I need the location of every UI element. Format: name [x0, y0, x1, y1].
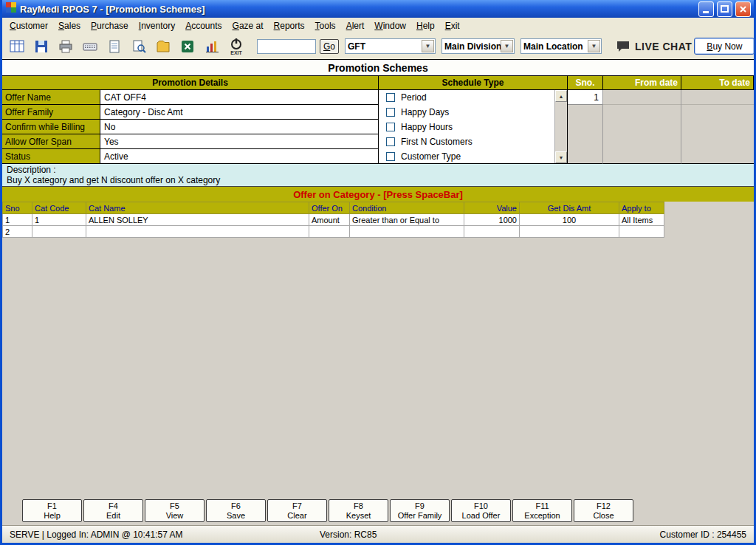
fkey-f9[interactable]: F9Offer Family	[390, 499, 450, 522]
offer-cell[interactable]: ALLEN SOLLEY	[86, 214, 309, 226]
checkbox-icon[interactable]	[386, 123, 395, 131]
live-chat-link[interactable]: LIVE CHAT	[616, 40, 692, 53]
menu-item-inventory[interactable]: Inventory	[134, 18, 180, 33]
fkey-action-label: View	[166, 511, 184, 521]
scroll-up-icon[interactable]: ▲	[555, 90, 567, 102]
field-value[interactable]: Yes	[100, 134, 379, 149]
fkey-f6[interactable]: F6Save	[206, 499, 266, 522]
search-input[interactable]	[257, 39, 316, 54]
go-button[interactable]: Go	[320, 39, 339, 54]
fkey-label: F6	[231, 501, 241, 511]
schedule-option[interactable]: Happy Days	[379, 105, 567, 120]
menu-item-reports[interactable]: Reports	[269, 18, 310, 33]
offer-cell[interactable]: 1000	[464, 214, 520, 226]
offer-cell[interactable]	[309, 226, 350, 238]
tool-button-chart[interactable]	[201, 35, 223, 58]
maximize-button[interactable]	[717, 1, 732, 17]
schedule-option[interactable]: Happy Hours	[379, 120, 567, 134]
field-value[interactable]: Category - Disc Amt	[100, 105, 379, 120]
fkey-label: F11	[535, 501, 549, 511]
fkey-f1[interactable]: F1Help	[22, 499, 82, 522]
menu-item-tools[interactable]: Tools	[310, 18, 341, 33]
fkey-f4[interactable]: F4Edit	[83, 499, 143, 522]
status-customer-id: Customer ID : 254455	[660, 529, 746, 540]
tool-button-exit[interactable]: EXIT	[225, 35, 247, 58]
schedule-option[interactable]: Customer Type	[379, 149, 567, 164]
checkbox-icon[interactable]	[386, 152, 395, 161]
tool-button-print[interactable]	[55, 35, 77, 58]
schedule-sno-value[interactable]: 1	[568, 90, 602, 105]
offer-cell[interactable]	[464, 226, 520, 238]
fkey-label: F10	[474, 501, 488, 511]
checkbox-icon[interactable]	[386, 137, 395, 146]
exit-icon-label: EXIT	[230, 50, 242, 56]
app-window: RayMedi RPOS 7 - [Promotion Schemes] Cus…	[0, 0, 756, 545]
fkey-f8[interactable]: F8Keyset	[329, 499, 388, 522]
tool-button-document[interactable]	[103, 35, 126, 58]
checkbox-icon[interactable]	[386, 108, 395, 117]
fkey-action-label: Offer Family	[398, 511, 442, 521]
fkey-f12[interactable]: F12Close	[574, 499, 633, 522]
offer-cell[interactable]: 2	[3, 226, 32, 238]
menu-item-customer[interactable]: Customer	[4, 18, 53, 33]
menu-item-alert[interactable]: Alert	[341, 18, 370, 33]
fkey-f5[interactable]: F5View	[145, 499, 205, 522]
offer-cell[interactable]: Amount	[309, 214, 350, 226]
schedule-options: PeriodHappy DaysHappy HoursFirst N Custo…	[379, 90, 567, 164]
division-select[interactable]: Main Division ▼	[441, 38, 515, 54]
promotion-section: Promotion Details Schedule Type Sno. Fro…	[2, 75, 754, 164]
fkey-f7[interactable]: F7Clear	[267, 499, 327, 522]
menu-item-window[interactable]: Window	[369, 18, 411, 33]
tool-button-billing[interactable]	[6, 35, 28, 58]
promotion-header-row: Promotion Details Schedule Type Sno. Fro…	[2, 75, 754, 90]
chevron-down-icon[interactable]: ▼	[588, 40, 600, 52]
schedule-scrollbar[interactable]: ▲ ▼	[554, 90, 567, 163]
scrollbar-track[interactable]	[555, 102, 567, 151]
menu-item-gaze-at[interactable]: Gaze at	[227, 18, 269, 33]
schedule-option[interactable]: Period	[379, 90, 567, 105]
scroll-down-icon[interactable]: ▼	[555, 151, 567, 163]
checkbox-icon[interactable]	[386, 93, 395, 102]
function-key-bar: F1HelpF4EditF5ViewF6SaveF7ClearF8KeysetF…	[2, 497, 754, 525]
tool-button-lookup[interactable]	[128, 35, 150, 58]
schedule-option-label: First N Customers	[401, 137, 472, 147]
tool-button-keyboard[interactable]	[79, 35, 101, 58]
offer-cell[interactable]	[619, 226, 664, 238]
menu-item-purchase[interactable]: Purchase	[86, 18, 134, 33]
offer-column-header: Apply to	[619, 202, 664, 214]
minimize-button[interactable]	[698, 1, 714, 17]
offer-cell[interactable]	[520, 226, 619, 238]
tool-button-excel[interactable]	[176, 35, 199, 58]
status-logged-in: SERVE | Logged In: ADMIN @ 10:41:57 AM	[10, 529, 183, 540]
offer-cell[interactable]	[32, 226, 86, 238]
fkey-f10[interactable]: F10Load Offer	[451, 499, 511, 522]
company-select[interactable]: GFT ▼	[345, 38, 436, 54]
offer-cell[interactable]: 100	[520, 214, 619, 226]
offer-cell[interactable]: All Items	[619, 214, 664, 226]
offer-cell[interactable]: Greater than or Equal to	[350, 214, 464, 226]
fkey-f11[interactable]: F11Exception	[512, 499, 572, 522]
from-date-cell[interactable]	[603, 90, 681, 105]
chevron-down-icon[interactable]: ▼	[501, 40, 513, 52]
menu-item-help[interactable]: Help	[411, 18, 440, 33]
to-date-cell[interactable]	[681, 90, 754, 105]
offer-cell[interactable]	[86, 226, 309, 238]
menu-item-sales[interactable]: Sales	[53, 18, 86, 33]
schedule-option[interactable]: First N Customers	[379, 134, 567, 149]
promotion-details-header: Promotion Details	[2, 75, 379, 90]
offer-cell[interactable]: 1	[3, 214, 32, 226]
offer-cell[interactable]	[350, 226, 464, 238]
field-value[interactable]: Active	[100, 149, 379, 164]
field-value[interactable]: No	[100, 120, 379, 134]
chevron-down-icon[interactable]: ▼	[422, 40, 434, 52]
offer-cell[interactable]: 1	[32, 214, 86, 226]
fkey-label: F5	[170, 501, 179, 511]
tool-button-save[interactable]	[30, 35, 52, 58]
field-value[interactable]: CAT OFF4	[100, 90, 379, 105]
menu-item-exit[interactable]: Exit	[440, 18, 465, 33]
tool-button-folder[interactable]	[152, 35, 174, 58]
buy-now-button[interactable]: Buy Now	[694, 38, 755, 55]
menu-item-accounts[interactable]: Accounts	[180, 18, 227, 33]
location-select[interactable]: Main Location ▼	[520, 38, 602, 54]
close-button[interactable]	[735, 1, 751, 17]
